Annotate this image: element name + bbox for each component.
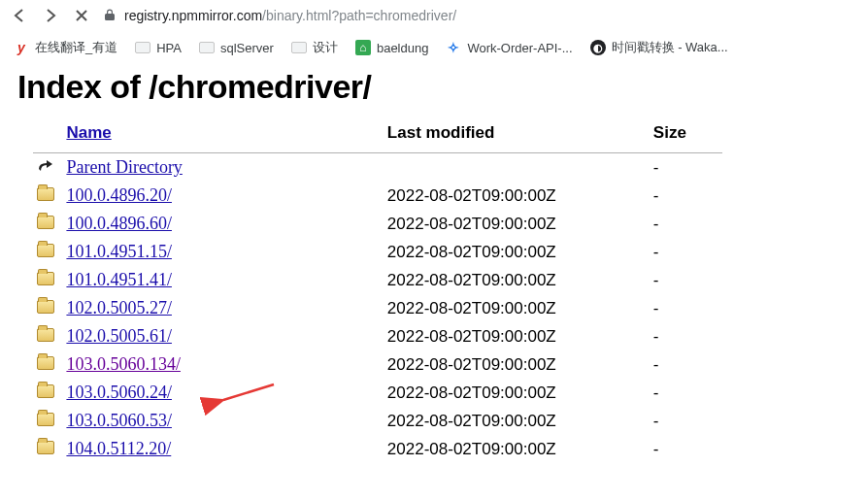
bookmark-waka[interactable]: ◐ 时间戳转换 - Waka... (590, 39, 728, 56)
folder-icon (37, 413, 54, 426)
parent-icon (37, 157, 54, 173)
modified-cell: 2022-08-02T09:00:00Z (368, 210, 644, 238)
api-icon: ✧ (446, 40, 461, 55)
table-row: 101.0.4951.15/2022-08-02T09:00:00Z- (33, 238, 722, 266)
directory-listing: Name Last modified Size Parent Directory… (33, 117, 722, 463)
size-cell: - (644, 379, 722, 407)
folder-icon (37, 244, 54, 257)
bookmark-workorder[interactable]: ✧ Work-Order-API-... (446, 40, 572, 55)
table-row: 101.0.4951.41/2022-08-02T09:00:00Z- (33, 266, 722, 294)
bookmark-youdao[interactable]: y 在线翻译_有道 (14, 39, 117, 56)
folder-icon (37, 384, 54, 398)
size-cell: - (644, 322, 722, 350)
modified-cell: 2022-08-02T09:00:00Z (368, 182, 644, 210)
modified-cell: 2022-08-02T09:00:00Z (368, 266, 644, 294)
baeldung-icon: ⌂ (355, 40, 371, 55)
modified-cell: 2022-08-02T09:00:00Z (368, 238, 644, 266)
size-cell: - (644, 350, 722, 379)
table-row: 104.0.5112.20/2022-08-02T09:00:00Z- (33, 435, 722, 463)
waka-icon: ◐ (590, 40, 606, 55)
lock-icon (103, 8, 117, 24)
size-cell: - (644, 266, 722, 294)
table-row: 102.0.5005.61/2022-08-02T09:00:00Z- (33, 322, 722, 350)
modified-cell: 2022-08-02T09:00:00Z (368, 294, 644, 322)
bookmark-sqlserver[interactable]: sqlServer (199, 41, 274, 55)
col-size: Size (644, 117, 722, 153)
directory-link[interactable]: 100.0.4896.60/ (66, 214, 172, 233)
directory-link[interactable]: 100.0.4896.20/ (66, 185, 172, 205)
directory-link[interactable]: 102.0.5005.27/ (66, 298, 172, 317)
table-header: Name Last modified Size (33, 117, 722, 153)
table-row: 102.0.5005.27/2022-08-02T09:00:00Z- (33, 294, 722, 322)
table-row: 100.0.4896.20/2022-08-02T09:00:00Z- (33, 182, 722, 210)
back-button[interactable] (10, 6, 29, 25)
folder-icon (291, 42, 307, 53)
address-bar[interactable]: registry.npmmirror.com/binary.html?path=… (103, 8, 858, 24)
folder-icon (37, 216, 54, 229)
folder-icon (37, 328, 54, 342)
size-cell: - (644, 407, 722, 435)
folder-icon (37, 272, 54, 285)
size-cell: - (644, 435, 722, 463)
folder-icon (37, 441, 54, 454)
bookmark-baeldung[interactable]: ⌂ baeldung (355, 40, 429, 55)
directory-link[interactable]: 101.0.4951.15/ (66, 242, 172, 261)
url-text: registry.npmmirror.com/binary.html?path=… (124, 8, 456, 23)
directory-link[interactable]: 103.0.5060.53/ (66, 411, 172, 430)
folder-icon (37, 300, 54, 314)
parent-size: - (644, 153, 722, 183)
directory-link[interactable]: 101.0.4951.41/ (66, 270, 172, 289)
parent-directory-link[interactable]: Parent Directory (66, 157, 182, 177)
folder-icon (199, 42, 215, 53)
directory-link[interactable]: 104.0.5112.20/ (66, 439, 171, 458)
table-row: 100.0.4896.60/2022-08-02T09:00:00Z- (33, 210, 722, 238)
stop-button[interactable] (72, 6, 91, 25)
modified-cell: 2022-08-02T09:00:00Z (368, 435, 644, 463)
forward-button[interactable] (41, 6, 60, 25)
size-cell: - (644, 182, 722, 210)
folder-icon (37, 187, 54, 201)
sort-name[interactable]: Name (66, 123, 111, 142)
table-row: 103.0.5060.24/2022-08-02T09:00:00Z- (33, 379, 722, 407)
directory-link[interactable]: 103.0.5060.24/ (66, 383, 172, 402)
parent-directory-row: Parent Directory - (33, 153, 722, 183)
size-cell: - (644, 294, 722, 322)
col-modified: Last modified (368, 117, 644, 153)
modified-cell: 2022-08-02T09:00:00Z (368, 379, 644, 407)
youdao-icon: y (14, 40, 29, 55)
bookmark-hpa[interactable]: HPA (135, 41, 182, 55)
directory-link[interactable]: 103.0.5060.134/ (66, 354, 181, 374)
folder-icon (135, 42, 150, 53)
bookmark-design[interactable]: 设计 (291, 39, 338, 56)
table-row: 103.0.5060.53/2022-08-02T09:00:00Z- (33, 407, 722, 435)
size-cell: - (644, 238, 722, 266)
page-content: Index of /chromedriver/ Name Last modifi… (0, 68, 868, 473)
browser-toolbar: registry.npmmirror.com/binary.html?path=… (0, 0, 868, 31)
modified-cell: 2022-08-02T09:00:00Z (368, 322, 644, 350)
directory-link[interactable]: 102.0.5005.61/ (66, 326, 172, 346)
size-cell: - (644, 210, 722, 238)
modified-cell: 2022-08-02T09:00:00Z (368, 350, 644, 379)
bookmarks-bar: y 在线翻译_有道 HPA sqlServer 设计 ⌂ baeldung ✧ … (0, 31, 868, 64)
page-title: Index of /chromedriver/ (17, 68, 851, 106)
folder-icon (37, 356, 54, 370)
table-row: 103.0.5060.134/2022-08-02T09:00:00Z- (33, 350, 722, 379)
modified-cell: 2022-08-02T09:00:00Z (368, 407, 644, 435)
